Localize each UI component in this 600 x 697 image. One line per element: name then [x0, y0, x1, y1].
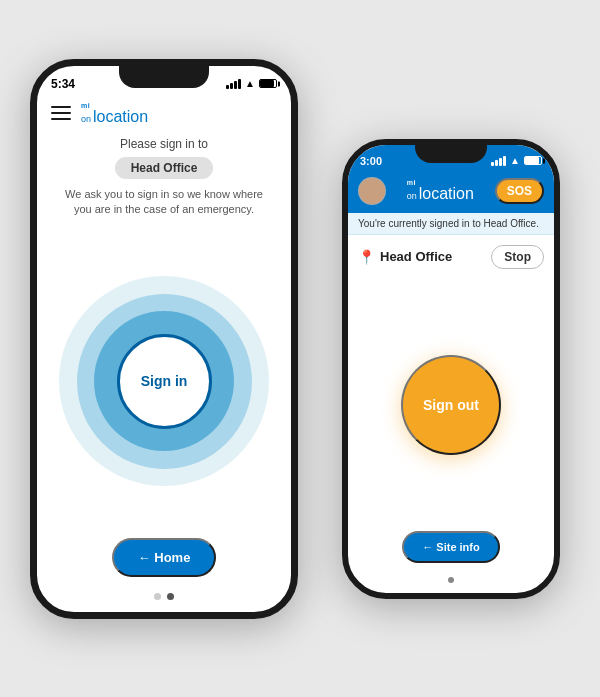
left-app-header: mi on location — [37, 98, 291, 133]
dot-2 — [167, 593, 174, 600]
sos-button[interactable]: SOS — [495, 178, 544, 204]
right-signal-icon — [491, 156, 506, 166]
right-dot-indicator — [448, 577, 454, 583]
right-phone: 3:00 ▲ mi — [342, 139, 560, 599]
circles-container: Sign in — [37, 225, 291, 537]
battery-icon — [259, 79, 277, 88]
right-status-icons: ▲ — [491, 155, 542, 166]
right-wifi-icon: ▲ — [510, 155, 520, 166]
right-battery-icon — [524, 156, 542, 165]
signal-icon — [226, 79, 241, 89]
left-phone: 5:34 ▲ mi — [30, 59, 298, 619]
right-logo-on: on — [407, 192, 417, 201]
left-time: 5:34 — [51, 77, 75, 91]
hamburger-menu-button[interactable] — [51, 106, 71, 120]
right-circles: Sign out — [348, 279, 554, 531]
right-logo-location: location — [419, 186, 474, 202]
wifi-icon: ▲ — [245, 78, 255, 89]
location-row: 📍 Head Office Stop — [348, 235, 554, 279]
signed-in-banner: You're currently signed in to Head Offic… — [348, 213, 554, 235]
location-name: Head Office — [380, 249, 452, 264]
home-button[interactable]: ← Home — [112, 538, 217, 577]
dot-1 — [154, 593, 161, 600]
please-sign-text: Please sign in to — [120, 137, 208, 151]
sign-in-section: Please sign in to Head Office We ask you… — [37, 133, 291, 226]
pin-icon: 📍 — [358, 249, 375, 265]
right-page-dot — [348, 577, 554, 593]
page-dots — [37, 593, 291, 612]
location-label: 📍 Head Office — [358, 249, 452, 265]
logo-on: on — [81, 115, 91, 124]
right-app-header: mi on location SOS — [348, 173, 554, 213]
sign-out-button[interactable]: Sign out — [401, 355, 501, 455]
office-badge: Head Office — [115, 157, 214, 179]
app-logo: mi on location — [81, 102, 148, 125]
avatar — [358, 177, 386, 205]
sign-in-button[interactable]: Sign in — [117, 334, 212, 429]
left-status-icons: ▲ — [226, 78, 277, 89]
site-info-button[interactable]: ← Site info — [402, 531, 499, 563]
right-time: 3:00 — [360, 155, 382, 167]
right-notch — [415, 145, 487, 163]
left-notch — [119, 66, 209, 88]
stop-button[interactable]: Stop — [491, 245, 544, 269]
emergency-text: We ask you to sign in so we know where y… — [57, 187, 271, 218]
logo-location: location — [93, 109, 148, 125]
scene: 5:34 ▲ mi — [20, 19, 580, 679]
right-app-logo: mi on location — [407, 179, 474, 202]
